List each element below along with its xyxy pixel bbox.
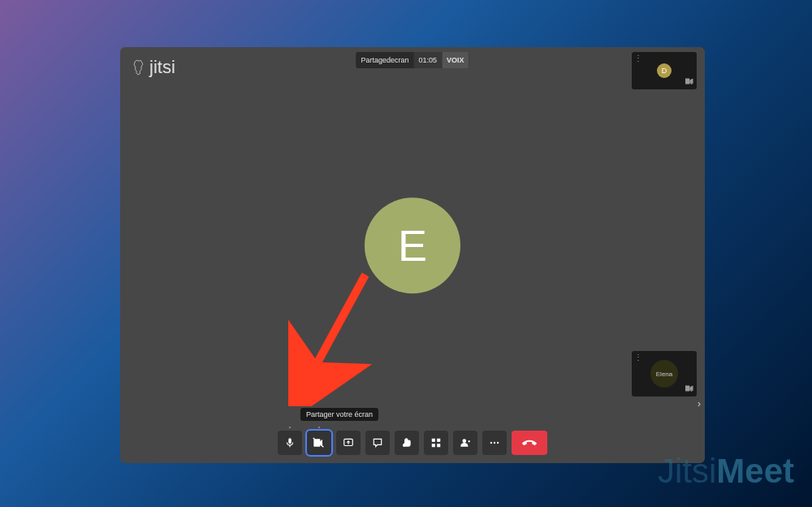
mic-button[interactable] (278, 431, 302, 455)
grid-icon (430, 437, 442, 448)
participant-thumbnail-elena[interactable]: ⋮ Elena (632, 351, 697, 396)
main-avatar-letter: E (398, 220, 427, 271)
participant-elena-avatar: Elena (650, 360, 678, 388)
mode-badge[interactable]: VOIX (442, 52, 469, 68)
jitsi-logo-icon (132, 58, 146, 76)
svg-point-6 (463, 439, 467, 443)
chat-button[interactable] (365, 431, 390, 455)
participant-elena-name: Elena (656, 370, 672, 378)
screen-share-icon (343, 437, 354, 448)
watermark: JitsiMeet (658, 452, 794, 491)
share-screen-button[interactable] (336, 431, 361, 455)
tile-view-button[interactable] (424, 431, 448, 455)
reactions-button[interactable] (395, 431, 419, 455)
chat-icon (372, 437, 383, 448)
meeting-timer: 01:05 (414, 52, 443, 68)
camera-button[interactable] (307, 431, 331, 455)
camera-off-icon (685, 73, 693, 88)
more-button[interactable] (482, 431, 507, 455)
thumbnail-menu-icon[interactable]: ⋮ (634, 353, 642, 362)
participant-thumbnail-d[interactable]: ⋮ D (632, 52, 697, 89)
toolbar: ˄ ˄ (278, 431, 547, 455)
phone-hangup-icon (521, 437, 538, 448)
svg-rect-2 (432, 439, 435, 442)
jitsi-logo: jitsi (132, 57, 175, 78)
room-title: Partagedecran (356, 52, 413, 68)
participant-d-avatar: D (657, 63, 672, 78)
svg-point-7 (469, 440, 470, 442)
more-icon (489, 437, 500, 448)
logo-text: jitsi (149, 57, 175, 78)
share-screen-tooltip: Partager votre écran (300, 408, 378, 421)
camera-off-icon (313, 437, 326, 448)
participants-button[interactable] (453, 431, 477, 455)
next-page-button[interactable]: › (693, 398, 705, 410)
person-icon (460, 437, 471, 448)
meeting-window: jitsi Partagedecran 01:05 VOIX ⋮ D ⋮ Ele… (120, 47, 705, 463)
main-participant-avatar: E (365, 197, 460, 293)
mic-icon (284, 437, 296, 448)
svg-point-9 (494, 442, 495, 444)
hand-icon (401, 437, 412, 448)
watermark-light: Jitsi (658, 452, 716, 490)
avatar-d-letter: D (662, 67, 667, 75)
svg-rect-3 (437, 439, 440, 442)
svg-point-10 (497, 442, 499, 444)
svg-rect-5 (437, 444, 440, 447)
header-status: Partagedecran 01:05 VOIX (356, 52, 469, 68)
camera-off-icon (685, 380, 693, 395)
hangup-button[interactable] (512, 431, 547, 455)
watermark-bold: Meet (716, 452, 794, 490)
svg-point-8 (490, 442, 492, 444)
svg-rect-4 (432, 444, 435, 447)
thumbnail-menu-icon[interactable]: ⋮ (634, 54, 642, 63)
